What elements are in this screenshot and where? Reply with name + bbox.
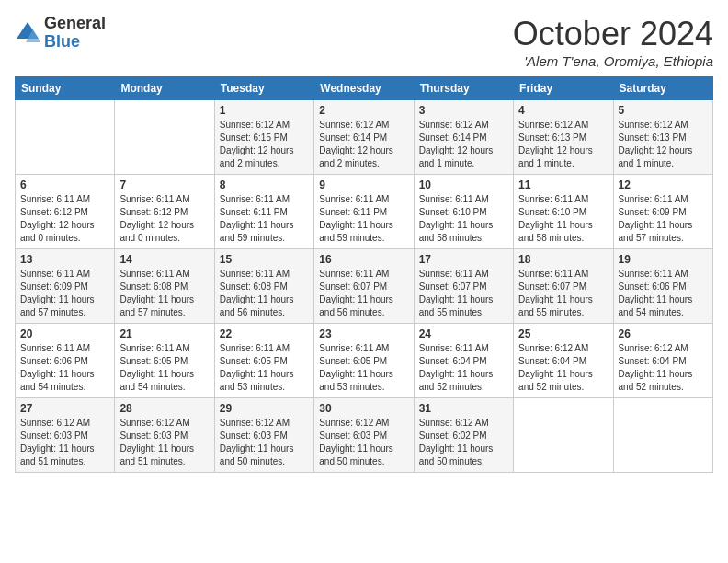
day-cell: 9Sunrise: 6:11 AM Sunset: 6:11 PM Daylig…	[314, 175, 414, 249]
day-info: Sunrise: 6:12 AM Sunset: 6:03 PM Dayligh…	[119, 417, 209, 468]
day-info: Sunrise: 6:12 AM Sunset: 6:14 PM Dayligh…	[419, 119, 508, 170]
calendar-header-row: SundayMondayTuesdayWednesdayThursdayFrid…	[16, 77, 713, 100]
day-info: Sunrise: 6:11 AM Sunset: 6:06 PM Dayligh…	[20, 342, 109, 394]
title-block: October 2024 'Alem T'ena, Oromiya, Ethio…	[513, 15, 713, 69]
day-cell	[613, 398, 712, 473]
day-number: 25	[518, 327, 608, 340]
day-info: Sunrise: 6:11 AM Sunset: 6:04 PM Dayligh…	[419, 342, 508, 394]
column-header-monday: Monday	[115, 77, 214, 100]
week-row-2: 6Sunrise: 6:11 AM Sunset: 6:12 PM Daylig…	[16, 175, 713, 249]
day-info: Sunrise: 6:11 AM Sunset: 6:06 PM Dayligh…	[619, 268, 708, 319]
day-number: 30	[319, 402, 408, 415]
day-info: Sunrise: 6:12 AM Sunset: 6:13 PM Dayligh…	[619, 119, 708, 170]
week-row-5: 27Sunrise: 6:12 AM Sunset: 6:03 PM Dayli…	[16, 398, 713, 473]
day-cell: 15Sunrise: 6:11 AM Sunset: 6:08 PM Dayli…	[214, 249, 313, 324]
day-info: Sunrise: 6:11 AM Sunset: 6:07 PM Dayligh…	[319, 268, 408, 319]
column-header-tuesday: Tuesday	[214, 77, 313, 100]
day-info: Sunrise: 6:11 AM Sunset: 6:09 PM Dayligh…	[619, 193, 708, 245]
day-number: 16	[319, 253, 408, 266]
day-number: 22	[220, 327, 309, 340]
day-number: 23	[319, 327, 408, 340]
day-number: 1	[220, 104, 309, 117]
day-number: 2	[319, 104, 408, 117]
day-number: 11	[518, 178, 608, 191]
day-info: Sunrise: 6:12 AM Sunset: 6:03 PM Dayligh…	[220, 417, 309, 468]
day-number: 26	[619, 327, 708, 340]
day-number: 18	[518, 253, 608, 266]
day-cell: 13Sunrise: 6:11 AM Sunset: 6:09 PM Dayli…	[16, 249, 115, 324]
column-header-friday: Friday	[514, 77, 613, 100]
logo-text: General Blue	[44, 15, 106, 52]
day-info: Sunrise: 6:11 AM Sunset: 6:08 PM Dayligh…	[119, 268, 209, 319]
day-cell: 26Sunrise: 6:12 AM Sunset: 6:04 PM Dayli…	[613, 324, 712, 398]
day-cell: 6Sunrise: 6:11 AM Sunset: 6:12 PM Daylig…	[16, 175, 115, 249]
week-row-3: 13Sunrise: 6:11 AM Sunset: 6:09 PM Dayli…	[16, 249, 713, 324]
day-number: 9	[319, 178, 408, 191]
day-number: 24	[419, 327, 508, 340]
day-number: 21	[119, 327, 209, 340]
day-info: Sunrise: 6:11 AM Sunset: 6:11 PM Dayligh…	[319, 193, 408, 245]
day-info: Sunrise: 6:11 AM Sunset: 6:08 PM Dayligh…	[220, 268, 309, 319]
day-cell: 16Sunrise: 6:11 AM Sunset: 6:07 PM Dayli…	[314, 249, 414, 324]
week-row-4: 20Sunrise: 6:11 AM Sunset: 6:06 PM Dayli…	[16, 324, 713, 398]
day-info: Sunrise: 6:12 AM Sunset: 6:03 PM Dayligh…	[20, 417, 109, 468]
logo: General Blue	[15, 15, 106, 52]
day-cell: 22Sunrise: 6:11 AM Sunset: 6:05 PM Dayli…	[214, 324, 313, 398]
day-cell: 1Sunrise: 6:12 AM Sunset: 6:15 PM Daylig…	[214, 100, 313, 175]
day-number: 7	[119, 178, 209, 191]
day-info: Sunrise: 6:11 AM Sunset: 6:05 PM Dayligh…	[220, 342, 309, 394]
day-info: Sunrise: 6:12 AM Sunset: 6:13 PM Dayligh…	[518, 119, 608, 170]
day-cell	[514, 398, 613, 473]
day-cell	[115, 100, 214, 175]
day-info: Sunrise: 6:11 AM Sunset: 6:12 PM Dayligh…	[119, 193, 209, 245]
day-number: 14	[119, 253, 209, 266]
day-number: 19	[619, 253, 708, 266]
day-info: Sunrise: 6:11 AM Sunset: 6:12 PM Dayligh…	[20, 193, 109, 245]
day-cell: 31Sunrise: 6:12 AM Sunset: 6:02 PM Dayli…	[414, 398, 513, 473]
week-row-1: 1Sunrise: 6:12 AM Sunset: 6:15 PM Daylig…	[16, 100, 713, 175]
day-number: 8	[220, 178, 309, 191]
logo-general-text: General	[44, 15, 106, 33]
day-cell: 20Sunrise: 6:11 AM Sunset: 6:06 PM Dayli…	[16, 324, 115, 398]
day-info: Sunrise: 6:11 AM Sunset: 6:07 PM Dayligh…	[419, 268, 508, 319]
day-cell: 27Sunrise: 6:12 AM Sunset: 6:03 PM Dayli…	[16, 398, 115, 473]
day-number: 4	[518, 104, 608, 117]
day-cell: 19Sunrise: 6:11 AM Sunset: 6:06 PM Dayli…	[613, 249, 712, 324]
month-title: October 2024	[513, 15, 713, 53]
day-info: Sunrise: 6:12 AM Sunset: 6:02 PM Dayligh…	[419, 417, 508, 468]
day-info: Sunrise: 6:11 AM Sunset: 6:09 PM Dayligh…	[20, 268, 109, 319]
day-cell: 8Sunrise: 6:11 AM Sunset: 6:11 PM Daylig…	[214, 175, 313, 249]
day-number: 6	[20, 178, 109, 191]
day-cell: 25Sunrise: 6:12 AM Sunset: 6:04 PM Dayli…	[514, 324, 613, 398]
day-info: Sunrise: 6:12 AM Sunset: 6:04 PM Dayligh…	[619, 342, 708, 394]
logo-blue-text: Blue	[44, 33, 106, 52]
day-cell: 2Sunrise: 6:12 AM Sunset: 6:14 PM Daylig…	[314, 100, 414, 175]
day-number: 10	[419, 178, 508, 191]
day-cell: 18Sunrise: 6:11 AM Sunset: 6:07 PM Dayli…	[514, 249, 613, 324]
day-cell: 21Sunrise: 6:11 AM Sunset: 6:05 PM Dayli…	[115, 324, 214, 398]
page-header: General Blue October 2024 'Alem T'ena, O…	[15, 15, 713, 69]
day-number: 27	[20, 402, 109, 415]
day-number: 29	[220, 402, 309, 415]
day-cell: 14Sunrise: 6:11 AM Sunset: 6:08 PM Dayli…	[115, 249, 214, 324]
column-header-wednesday: Wednesday	[314, 77, 414, 100]
logo-icon	[15, 20, 40, 46]
day-number: 20	[20, 327, 109, 340]
day-number: 5	[619, 104, 708, 117]
day-cell: 23Sunrise: 6:11 AM Sunset: 6:05 PM Dayli…	[314, 324, 414, 398]
column-header-saturday: Saturday	[613, 77, 712, 100]
day-info: Sunrise: 6:11 AM Sunset: 6:11 PM Dayligh…	[220, 193, 309, 245]
day-cell: 11Sunrise: 6:11 AM Sunset: 6:10 PM Dayli…	[514, 175, 613, 249]
day-cell: 29Sunrise: 6:12 AM Sunset: 6:03 PM Dayli…	[214, 398, 313, 473]
day-number: 31	[419, 402, 508, 415]
day-cell: 3Sunrise: 6:12 AM Sunset: 6:14 PM Daylig…	[414, 100, 513, 175]
day-info: Sunrise: 6:12 AM Sunset: 6:14 PM Dayligh…	[319, 119, 408, 170]
day-info: Sunrise: 6:11 AM Sunset: 6:05 PM Dayligh…	[319, 342, 408, 394]
day-number: 3	[419, 104, 508, 117]
column-header-sunday: Sunday	[16, 77, 115, 100]
day-info: Sunrise: 6:11 AM Sunset: 6:05 PM Dayligh…	[119, 342, 209, 394]
day-cell: 17Sunrise: 6:11 AM Sunset: 6:07 PM Dayli…	[414, 249, 513, 324]
day-number: 15	[220, 253, 309, 266]
day-info: Sunrise: 6:11 AM Sunset: 6:07 PM Dayligh…	[518, 268, 608, 319]
day-number: 17	[419, 253, 508, 266]
